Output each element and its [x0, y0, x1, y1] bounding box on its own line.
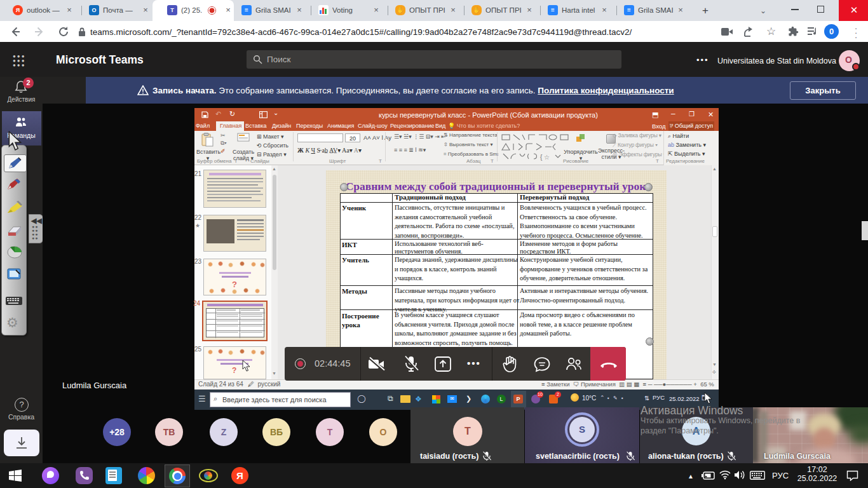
svg-text:{ ☆: { ☆ — [540, 154, 550, 161]
